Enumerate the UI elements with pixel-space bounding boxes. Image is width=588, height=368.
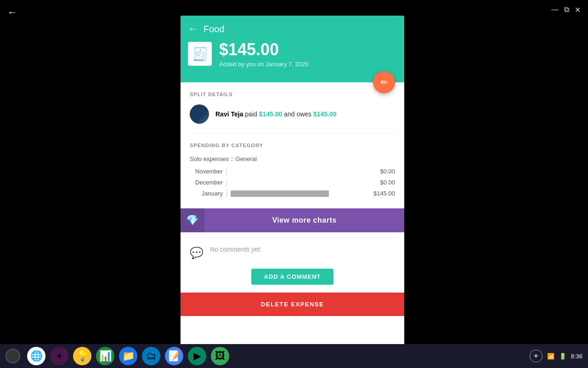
taskbar-app-sheets[interactable]: 📊 (96, 347, 114, 365)
taskbar-time: 8:36 (571, 353, 582, 360)
header-amount: $145.00 (219, 40, 308, 59)
header-title: Food (204, 24, 225, 34)
taskbar-right: + 📶 🔋 8:36 (530, 350, 582, 362)
play-icon: ▶ (193, 350, 201, 362)
bar-fill-january (231, 190, 329, 197)
close-button[interactable]: ✕ (575, 6, 581, 14)
taskbar-app-photos[interactable]: 🖼 (211, 347, 229, 365)
app-window: ← Food 🧾 $145.00 Added by you on January… (181, 16, 404, 351)
charts-icon-area: 💎 (181, 208, 204, 232)
header-back-button[interactable]: ← (188, 23, 198, 35)
minimize-button[interactable]: — (551, 6, 559, 14)
slack-icon: ✦ (56, 351, 63, 362)
files-icon: 📁 (122, 350, 135, 362)
edit-icon: ✏ (380, 77, 388, 88)
header-amount-area: $145.00 Added by you on January 7, 2020 (219, 40, 308, 68)
bar-track-january (231, 190, 362, 197)
receipt-icon-wrap: 🧾 (188, 42, 212, 66)
docs-icon: 📝 (168, 350, 181, 362)
diamond-icon: 💎 (186, 214, 199, 226)
delete-expense-button[interactable]: DELETE EXPENSE (181, 293, 404, 316)
split-text: Ravi Teja paid $145.00 and owes $145.00 (215, 110, 337, 118)
bar-divider-december (226, 179, 227, 186)
bar-divider-november (226, 168, 227, 175)
edit-fab-button[interactable]: ✏ (373, 71, 395, 93)
taskbar-app-files[interactable]: 📁 (119, 347, 137, 365)
split-paid-text: paid (245, 110, 259, 118)
bar-track-december (231, 179, 362, 186)
app-header: ← Food 🧾 $145.00 Added by you on January… (181, 16, 404, 82)
bar-amount-december: $0.00 (365, 179, 395, 186)
split-owes-amount: $145.00 (313, 110, 337, 118)
taskbar-add-button[interactable]: + (530, 350, 543, 362)
spending-section: SPENDING BY CATEGORY Solo expenses :: Ge… (181, 133, 404, 207)
bar-divider-january (226, 190, 227, 197)
bar-track-november (231, 168, 362, 175)
no-comments-text: No comments yet. (210, 246, 262, 253)
split-details-title: SPLIT DETAILS (190, 92, 395, 97)
split-details-section: SPLIT DETAILS Ravi Teja paid $145.00 and… (181, 82, 404, 133)
bar-row-january: January $145.00 (190, 190, 395, 197)
app-content: SPLIT DETAILS Ravi Teja paid $145.00 and… (181, 82, 404, 351)
view-charts-label: View more charts (204, 216, 404, 224)
bar-amount-january: $145.00 (365, 190, 395, 197)
keep-icon: 💡 (76, 350, 89, 362)
comments-section: 💬 No comments yet. (181, 238, 404, 267)
bar-month-december: December (190, 179, 223, 186)
photos-icon: 🖼 (215, 350, 225, 362)
taskbar-app-play[interactable]: ▶ (188, 347, 206, 365)
wifi-icon: 📶 (547, 353, 554, 360)
bar-month-november: November (190, 168, 223, 175)
chrome-icon: 🌐 (30, 350, 43, 362)
add-comment-button[interactable]: ADD A COMMENT (251, 269, 334, 285)
os-back-arrow[interactable]: ← (7, 6, 17, 18)
bar-row-december: December $0.00 (190, 179, 395, 186)
sheets-icon: 📊 (99, 350, 112, 362)
header-body: 🧾 $145.00 Added by you on January 7, 202… (188, 40, 397, 71)
header-subtitle: Added by you on January 7, 2020 (219, 61, 308, 68)
spending-title: SPENDING BY CATEGORY (190, 143, 395, 148)
taskbar: 🌐 ✦ 💡 📊 📁 🗂 📝 ▶ 🖼 + 📶 🔋 8:36 (0, 344, 588, 368)
maximize-button[interactable]: ⧉ (564, 6, 569, 14)
window-controls: — ⧉ ✕ (544, 0, 588, 20)
comment-icon: 💬 (190, 247, 204, 259)
taskbar-app-slack[interactable]: ✦ (50, 347, 68, 365)
receipt-icon: 🧾 (192, 46, 208, 62)
bar-month-january: January (190, 190, 223, 197)
split-row: Ravi Teja paid $145.00 and owes $145.00 (190, 104, 395, 124)
view-more-charts-button[interactable]: 💎 View more charts (181, 208, 404, 232)
split-paid-amount: $145.00 (259, 110, 283, 118)
bar-row-november: November $0.00 (190, 168, 395, 175)
battery-icon: 🔋 (559, 353, 566, 360)
taskbar-app-keep[interactable]: 💡 (73, 347, 91, 365)
taskbar-app-trello[interactable]: 🗂 (142, 347, 160, 365)
taskbar-app-docs[interactable]: 📝 (165, 347, 183, 365)
avatar (190, 104, 209, 124)
category-label: Solo expenses :: General (190, 155, 395, 162)
split-user-name: Ravi Teja (215, 110, 243, 118)
trello-icon: 🗂 (146, 350, 156, 362)
taskbar-app-chrome[interactable]: 🌐 (27, 347, 45, 365)
delete-btn-wrap: DELETE EXPENSE (181, 293, 404, 316)
header-top: ← Food (188, 16, 397, 40)
taskbar-circle[interactable] (6, 349, 20, 363)
split-owes-text: and owes (284, 110, 313, 118)
bar-amount-november: $0.00 (365, 168, 395, 175)
taskbar-left: 🌐 ✦ 💡 📊 📁 🗂 📝 ▶ 🖼 (6, 347, 231, 365)
